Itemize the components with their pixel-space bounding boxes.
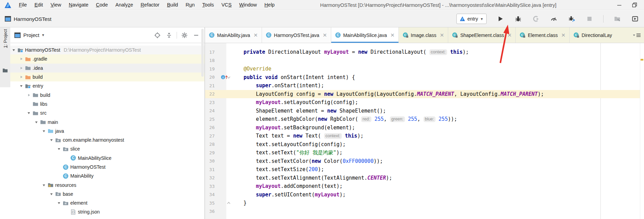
stop-button[interactable] [585, 15, 594, 23]
close-icon[interactable]: ✕ [561, 32, 566, 38]
tree-row-media[interactable]: media [10, 217, 204, 219]
tab-image-class[interactable]: CImage.class✕ [399, 27, 448, 43]
tree-expand-icon[interactable] [26, 93, 31, 98]
chevron-down-icon[interactable]: ▼ [41, 33, 45, 37]
close-icon[interactable]: ✕ [390, 32, 395, 38]
tree-row-mainability[interactable]: CMainAbility [10, 171, 204, 180]
tree-row-harmonyostest[interactable]: CHarmonyOSTest [10, 163, 204, 171]
menu-item-file[interactable]: File [15, 0, 31, 10]
settings-button[interactable] [180, 31, 189, 39]
tab-directionallay[interactable]: CDirectionalLay [570, 27, 616, 43]
tree-row-libs[interactable]: libs [10, 100, 204, 108]
error-stripe-scrollbar[interactable] [640, 43, 644, 219]
hide-button[interactable] [192, 31, 200, 39]
editor: CMainAbility.java✕CHarmonyOSTest.java✕CM… [205, 27, 644, 219]
tree-row--idea[interactable]: .idea [10, 64, 204, 73]
line-number: 36 [205, 209, 221, 214]
attach-debugger-button[interactable] [568, 15, 576, 23]
close-icon[interactable]: ✕ [323, 32, 327, 38]
collapse-all-button[interactable] [165, 31, 173, 39]
tree-item-label: java [55, 128, 64, 134]
restore-button[interactable] [627, 0, 642, 10]
minimize-button[interactable] [612, 0, 627, 10]
run-with-coverage-button[interactable] [532, 15, 540, 23]
tree-row-element[interactable]: element [10, 198, 204, 207]
run-configuration-select[interactable]: entry ▼ [456, 14, 487, 24]
tab-harmonyostest-java[interactable]: CHarmonyOSTest.java✕ [262, 27, 331, 43]
tree-row-base[interactable]: base [10, 190, 204, 198]
code-area[interactable]: 17 private DirectionalLayout myLayout = … [205, 43, 644, 219]
code-text: @Override [231, 66, 271, 72]
menu-item-build[interactable]: Build [163, 0, 182, 10]
tab-mainabilityslice-java[interactable]: CMainAbilitySlice.java✕ [331, 27, 399, 43]
fold-marker-icon[interactable] [226, 75, 231, 80]
tab-element-class[interactable]: CElement.class✕ [516, 27, 570, 43]
menu-item-edit[interactable]: Edit [31, 0, 47, 10]
gutter-icons [221, 90, 231, 99]
tab-mainability-java[interactable]: CMainAbility.java✕ [205, 27, 262, 43]
tree-expand-icon[interactable] [41, 183, 46, 188]
project-stripe-button[interactable]: 1: Project [3, 29, 8, 48]
tree-expand-icon[interactable] [49, 138, 54, 142]
tree-expand-icon[interactable] [19, 56, 24, 61]
close-icon[interactable]: ✕ [253, 32, 258, 38]
run-button[interactable] [496, 15, 504, 23]
tree-expand-icon[interactable] [19, 75, 24, 79]
tree-expand-icon[interactable] [41, 129, 46, 133]
menu-item-help[interactable]: Help [261, 0, 278, 10]
tree-item-label: MainAbilitySlice [78, 155, 111, 161]
tree-row-harmonyostest[interactable]: HarmonyOSTestD:\HarmonyProject\HarmonyOS… [10, 46, 204, 54]
tree-row-build[interactable]: build [10, 90, 204, 99]
fold-marker-icon[interactable] [226, 201, 231, 205]
debug-button[interactable] [514, 15, 522, 23]
close-icon[interactable]: ✕ [508, 32, 512, 38]
menu-item-window[interactable]: Window [236, 0, 261, 10]
tree-row-main[interactable]: main [10, 117, 204, 126]
tab-shapeelement-class[interactable]: CShapeElement.class✕ [448, 27, 516, 43]
tab-list-button[interactable] [630, 27, 644, 43]
menu-item-code[interactable]: Code [92, 0, 112, 10]
tree-row-src[interactable]: src [10, 108, 204, 117]
tree-expand-icon[interactable] [34, 120, 39, 125]
folder-module-icon [25, 83, 31, 89]
line-number: 19 [205, 66, 221, 72]
menu-item-vcs[interactable]: VCS [218, 0, 236, 10]
close-icon[interactable]: ✕ [440, 32, 444, 38]
tree-row--gradle[interactable]: .gradle [10, 54, 204, 63]
parameter-hint: green: [390, 116, 405, 122]
menu-items: FileEditViewNavigateCodeAnalyzeRefactorB… [15, 0, 278, 10]
tree-expand-icon[interactable] [57, 146, 61, 151]
tree-expand-icon[interactable] [11, 48, 16, 52]
code-line-27: 27 Text text = new Text( context: this); [205, 132, 640, 140]
tree-row-build[interactable]: build [10, 73, 204, 81]
code-text: myLayout.addComponent(text); [231, 183, 343, 189]
tree-expand-icon[interactable] [19, 83, 24, 88]
profiler-button[interactable] [550, 15, 558, 23]
menu-item-tools[interactable]: Tools [199, 0, 218, 10]
menu-item-navigate[interactable]: Navigate [65, 0, 92, 10]
tree-row-java[interactable]: java [10, 127, 204, 136]
tree-row-entry[interactable]: entry [10, 81, 204, 90]
tree-row-string-json[interactable]: {}string.json [10, 207, 204, 216]
tool-windows-button[interactable] [613, 15, 621, 23]
menu-item-analyze[interactable]: Analyze [112, 0, 137, 10]
menu-item-run[interactable]: Run [182, 0, 199, 10]
menu-item-refactor[interactable]: Refactor [137, 0, 163, 10]
tree-spacer [57, 173, 61, 178]
tree-row-com-example-harmonyostest[interactable]: com.example.harmonyostest [10, 136, 204, 144]
tree-expand-icon[interactable] [57, 201, 61, 205]
ide-window: FileEditViewNavigateCodeAnalyzeRefactorB… [0, 0, 644, 219]
menu-item-view[interactable]: View [47, 0, 65, 10]
line-number: 21 [205, 83, 221, 88]
run-panel-button[interactable] [631, 15, 639, 23]
tree-scrollbar[interactable] [201, 29, 204, 77]
tree-row-slice[interactable]: slice [10, 144, 204, 153]
tree-expand-icon[interactable] [49, 192, 54, 196]
code-text: } [231, 200, 247, 206]
tree-row-mainabilityslice[interactable]: CMainAbilitySlice [10, 154, 204, 163]
project-panel-title[interactable]: Project [23, 32, 39, 38]
tree-row-resources[interactable]: resources [10, 180, 204, 189]
tree-expand-icon[interactable] [26, 111, 31, 115]
locate-button[interactable] [153, 31, 162, 39]
tree-expand-icon[interactable] [19, 66, 24, 70]
